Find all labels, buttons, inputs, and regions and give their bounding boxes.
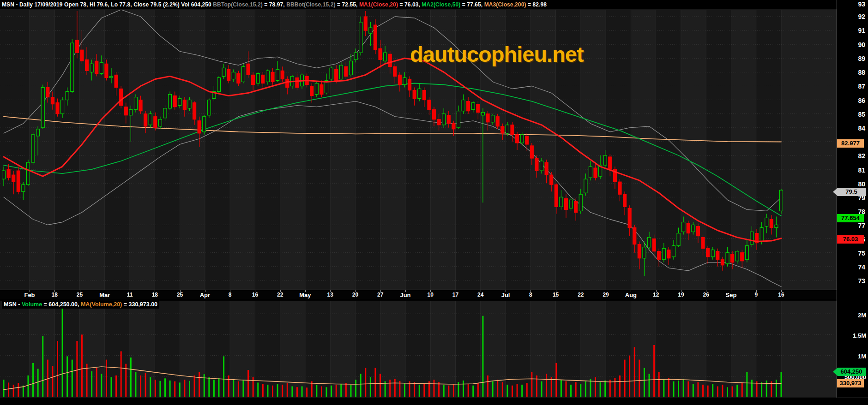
- price-axis-label: 88: [838, 69, 865, 76]
- candle-body: [51, 97, 54, 104]
- date-tick: [405, 290, 406, 292]
- date-tick: [731, 290, 731, 292]
- date-tick: [606, 290, 606, 292]
- date-label: 13: [327, 292, 333, 298]
- date-axis[interactable]: [0, 290, 837, 300]
- candle-body: [388, 54, 392, 66]
- candle-body: [398, 75, 401, 84]
- candle-body: [41, 88, 44, 128]
- date-tick: [130, 290, 130, 292]
- candle-body: [403, 77, 406, 84]
- candle-body: [535, 158, 538, 171]
- candle-body: [379, 48, 382, 60]
- candle-body: [193, 103, 196, 119]
- price-axis-label: 82: [838, 152, 865, 160]
- candle-body: [110, 76, 113, 77]
- candle-body: [90, 64, 93, 72]
- date-label: 16: [252, 292, 258, 298]
- bottom-strip: [0, 398, 868, 405]
- volume-title-segment: MSN -: [4, 301, 22, 308]
- price-badge: 79.5: [833, 188, 866, 196]
- candle-body: [555, 185, 558, 207]
- candle-body: [623, 194, 627, 207]
- date-tick: [105, 290, 105, 292]
- date-label: Apr: [200, 292, 210, 298]
- volume-title-segment: Volume: [22, 301, 42, 308]
- candle-body: [115, 75, 118, 87]
- candle-body: [711, 250, 714, 257]
- candle-body: [731, 254, 734, 262]
- candle-body: [520, 135, 524, 143]
- candle-body: [696, 226, 699, 236]
- candle-body: [71, 43, 74, 91]
- candle-body: [433, 110, 436, 119]
- candle-body: [349, 61, 352, 75]
- candle-body: [120, 89, 123, 106]
- price-axis-label: 93: [838, 0, 865, 8]
- candle-body: [158, 119, 162, 126]
- candle-body: [188, 100, 191, 108]
- candle-body: [603, 155, 607, 165]
- candle-body: [662, 249, 665, 260]
- candle-body: [232, 72, 235, 79]
- candle-body: [692, 225, 695, 232]
- candle-body: [628, 208, 631, 227]
- title-segment: BBTop(Close,15,2): [213, 1, 263, 8]
- candle-body: [173, 96, 176, 107]
- candle-body: [252, 75, 255, 84]
- title-segment: BBBot(Close,15,2): [286, 1, 335, 8]
- candle-body: [633, 228, 636, 244]
- candle-body: [80, 50, 84, 61]
- date-label: 18: [52, 292, 58, 298]
- date-label: 10: [428, 292, 434, 298]
- candle-body: [516, 135, 519, 143]
- title-segment: = 82.98: [526, 1, 547, 8]
- candle-body: [760, 228, 763, 242]
- candle-body: [569, 200, 573, 208]
- price-badge: 76.03: [837, 235, 864, 244]
- candle-body: [354, 53, 357, 60]
- date-tick: [54, 290, 55, 292]
- candle-body: [677, 233, 680, 246]
- candle-body: [163, 108, 167, 118]
- candle-body: [320, 84, 323, 94]
- candle-body: [384, 53, 387, 61]
- title-segment: = 78.97,: [263, 1, 286, 8]
- candle-body: [701, 238, 705, 249]
- date-tick: [681, 290, 681, 292]
- candle-body: [506, 125, 509, 133]
- candle-body: [66, 92, 69, 100]
- candle-body: [310, 86, 313, 96]
- volume-axis-label: 1.5M: [834, 332, 866, 339]
- date-label: 9: [754, 292, 758, 298]
- price-axis-label: 81: [838, 167, 865, 174]
- candle-body: [447, 115, 450, 124]
- volume-pane-title: MSN - Volume = 604,250.00, MA(Volume,20)…: [2, 300, 159, 309]
- date-label: 25: [177, 292, 183, 298]
- candle-body: [393, 66, 397, 76]
- price-axis-label: 89: [838, 55, 865, 62]
- candle-body: [344, 66, 348, 76]
- date-label: 11: [127, 292, 133, 298]
- candle-body: [491, 115, 494, 122]
- candle-body: [330, 68, 333, 79]
- candle-body: [359, 22, 362, 53]
- candle-body: [481, 113, 484, 115]
- candle-body: [315, 83, 318, 94]
- candle-body: [295, 77, 299, 87]
- candle-body: [457, 111, 460, 128]
- volume-title-segment: = 604,250.00,: [42, 301, 81, 308]
- volume-title-segment: MA(Volume,20): [81, 301, 122, 308]
- price-axis-label: 75: [838, 250, 865, 257]
- candle-body: [256, 73, 259, 83]
- candle-body: [17, 171, 20, 191]
- date-label: 25: [77, 292, 83, 298]
- title-segment: MSN - Daily 17/09/2019 Open 78, Hi 79.6,…: [2, 1, 213, 8]
- price-axis-label: 84: [838, 125, 865, 132]
- date-tick: [180, 290, 181, 292]
- candle-body: [564, 198, 567, 209]
- candle-body: [61, 100, 64, 114]
- candle-body: [560, 197, 563, 207]
- date-tick: [481, 290, 481, 292]
- candle-body: [437, 119, 440, 125]
